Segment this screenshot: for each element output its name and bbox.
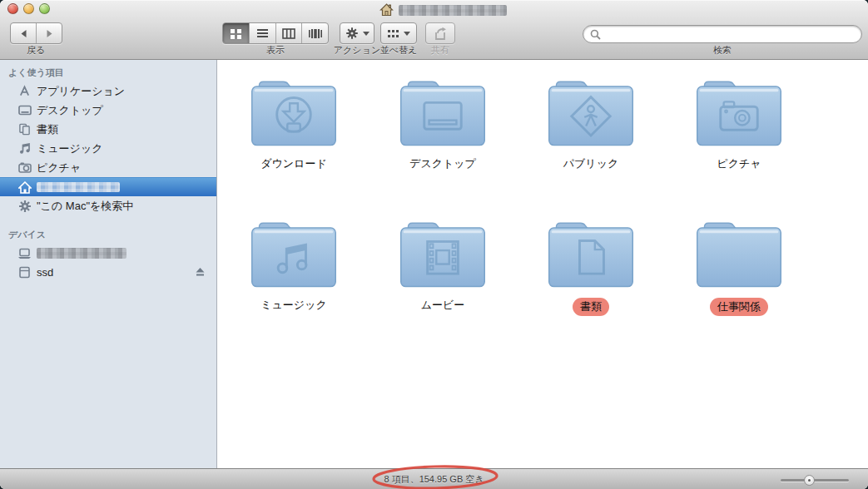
documents-icon [17, 122, 32, 136]
pictures-icon [17, 161, 32, 175]
folder-public[interactable]: パブリック [528, 72, 653, 181]
plain-folder-icon [691, 213, 787, 293]
view-segmented-control [222, 22, 329, 44]
folder-work[interactable]: 仕事関係 [677, 213, 801, 323]
search-field [583, 25, 862, 43]
folder-label: デスクトップ [409, 156, 476, 171]
status-text: 8 項目、154.95 GB 空き [0, 473, 868, 486]
downloads-folder-icon [246, 72, 342, 151]
desktop-folder-icon [394, 72, 491, 151]
window-title [379, 3, 507, 17]
icon-view-icon [230, 28, 242, 39]
status-bar: 8 項目、154.95 GB 空き [0, 468, 868, 489]
traffic-lights [7, 3, 50, 14]
file-browser-area: ダウンロード デスクトップ パブリック ピクチャ ミュージック ムービー 書類 [218, 60, 868, 468]
sidebar-item-label: デスクトップ [37, 103, 103, 118]
list-view-button[interactable] [250, 23, 276, 43]
arrange-caret-icon [404, 32, 410, 36]
folder-label: ピクチャ [717, 156, 761, 171]
movies-folder-icon [394, 213, 491, 293]
icon-size-slider-knob[interactable] [804, 475, 815, 486]
icon-view-button[interactable] [223, 23, 250, 43]
column-view-icon [282, 28, 295, 39]
sidebar-item-desktop[interactable]: デスクトップ [0, 101, 216, 120]
action-button[interactable] [340, 22, 374, 44]
blurred-home-name [37, 182, 120, 192]
folder-pictures[interactable]: ピクチャ [677, 72, 801, 181]
search-input[interactable] [605, 27, 855, 41]
arrange-grid-icon [387, 28, 399, 39]
share-icon [433, 27, 448, 41]
folder-downloads[interactable]: ダウンロード [231, 72, 356, 181]
folder-desktop[interactable]: デスクトップ [380, 72, 505, 181]
titlebar-toolbar: 戻る [0, 0, 868, 60]
applications-icon [17, 84, 32, 98]
music-folder-icon [246, 213, 342, 293]
coverflow-view-icon [308, 28, 323, 39]
folder-label: ダウンロード [260, 156, 327, 171]
sidebar-item-label: "この Mac"を検索中 [37, 199, 133, 214]
list-view-icon [256, 28, 269, 39]
sidebar-item-applications[interactable]: アプリケーション [0, 82, 216, 101]
forward-button[interactable] [37, 23, 62, 43]
smart-search-gear-icon [17, 199, 32, 213]
blurred-device-name [37, 248, 126, 259]
folder-label-red-tag: 書類 [573, 298, 609, 316]
minimize-button[interactable] [23, 3, 34, 14]
sidebar-item-label: ピクチャ [37, 161, 81, 175]
coverflow-view-button[interactable] [302, 23, 328, 43]
folder-movies[interactable]: ムービー [380, 213, 505, 323]
pictures-folder-icon [691, 72, 787, 151]
blurred-window-title [399, 5, 507, 16]
finder-window: 戻る [0, 0, 868, 489]
share-button[interactable] [425, 22, 455, 44]
view-label: 表示 [222, 44, 329, 57]
home-house-icon [379, 3, 394, 17]
documents-folder-icon [543, 213, 639, 293]
laptop-icon [17, 246, 32, 260]
sidebar-item-music[interactable]: ミュージック [0, 139, 216, 158]
sidebar-item-label: 書類 [37, 122, 58, 137]
drive-icon [17, 265, 32, 279]
column-view-button[interactable] [276, 23, 303, 43]
search-label: 検索 [583, 44, 862, 57]
folder-music[interactable]: ミュージック [231, 213, 356, 323]
search-icon [590, 29, 601, 40]
back-arrow-icon [19, 29, 28, 38]
sidebar: よく使う項目 アプリケーション デスクトップ 書類 ミュージック [0, 60, 217, 468]
sidebar-item-home[interactable] [0, 177, 216, 196]
public-folder-icon [543, 72, 639, 151]
back-forward-group [10, 22, 62, 44]
desktop-icon [17, 103, 32, 117]
sidebar-item-pictures[interactable]: ピクチャ [0, 158, 216, 177]
back-label: 戻る [10, 44, 62, 57]
zoom-button[interactable] [39, 3, 50, 14]
sidebar-item-label: ミュージック [37, 141, 103, 156]
arrange-button[interactable] [380, 22, 417, 44]
icon-size-slider[interactable] [781, 479, 849, 482]
gear-icon [345, 27, 359, 40]
devices-header: デバイス [0, 215, 216, 244]
folder-label: ムービー [421, 298, 465, 313]
favorites-header: よく使う項目 [0, 60, 216, 82]
music-icon [17, 141, 32, 156]
eject-button[interactable] [194, 265, 206, 277]
home-icon [17, 180, 32, 195]
sidebar-item-label: ssd [37, 266, 53, 279]
sidebar-item-ssd[interactable]: ssd [0, 263, 216, 282]
folder-label: パブリック [563, 156, 619, 171]
folder-label-red-tag: 仕事関係 [710, 298, 768, 316]
back-button[interactable] [11, 23, 37, 43]
close-button[interactable] [7, 3, 18, 14]
folder-label: ミュージック [260, 298, 327, 313]
share-label: 共有 [419, 44, 462, 57]
forward-arrow-icon [45, 29, 54, 38]
folder-documents[interactable]: 書類 [528, 213, 653, 323]
action-caret-icon [363, 32, 370, 36]
sidebar-item-documents[interactable]: 書類 [0, 120, 216, 139]
sidebar-item-device-mac[interactable] [0, 244, 216, 263]
sidebar-item-label: アプリケーション [37, 84, 125, 99]
sidebar-item-search-this-mac[interactable]: "この Mac"を検索中 [0, 196, 216, 215]
